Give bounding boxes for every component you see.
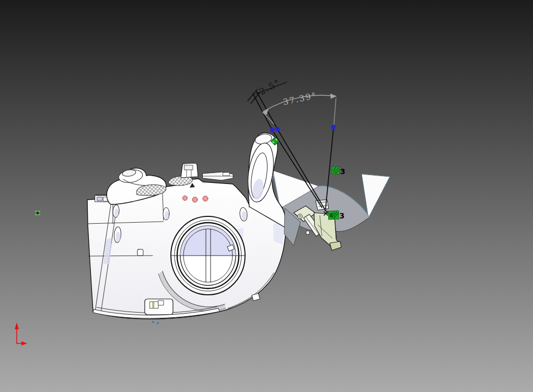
flash-hump[interactable] xyxy=(181,163,198,178)
snap-point[interactable] xyxy=(157,322,159,324)
red-button[interactable] xyxy=(203,196,208,201)
constraint-flag-top[interactable]: 3 xyxy=(332,167,345,176)
cad-viewport[interactable]: 2.5° 37.39° 3 xyxy=(0,0,533,392)
latch-screw[interactable] xyxy=(306,231,310,235)
red-button[interactable] xyxy=(183,196,188,201)
diamond-dot xyxy=(272,141,274,143)
vertex-point[interactable] xyxy=(331,125,336,130)
flag-label: 3 xyxy=(339,211,345,220)
snap-point[interactable] xyxy=(152,321,154,323)
viewport-canvas[interactable]: 2.5° 37.39° 3 xyxy=(0,0,533,392)
diamond-dot xyxy=(275,139,277,141)
vertex-point[interactable] xyxy=(275,127,280,132)
latch-pivot[interactable] xyxy=(298,214,303,219)
red-button[interactable] xyxy=(192,197,198,202)
constraint-flag-bottom[interactable]: 3 xyxy=(328,210,345,221)
vertex-point[interactable] xyxy=(270,128,275,133)
flag-label: 3 xyxy=(340,167,345,176)
bottom-plate[interactable] xyxy=(145,299,173,315)
lens-mount[interactable] xyxy=(171,216,245,295)
plate-yellow-pin xyxy=(153,302,154,308)
